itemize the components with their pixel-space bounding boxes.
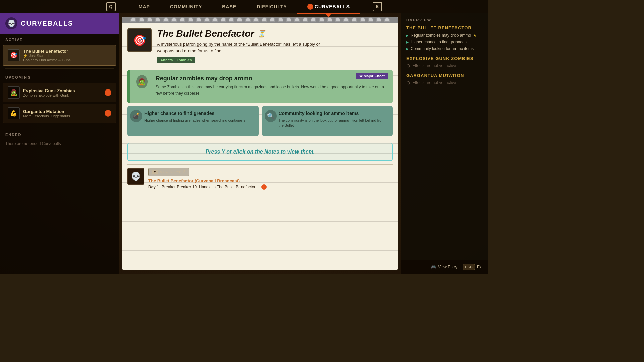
minor-effects-row: 💣 Higher chance to find grenades Higher … xyxy=(127,106,393,136)
explosive-gunk-sub: Zombies Explode with Gunk xyxy=(23,93,101,97)
spiral-12 xyxy=(221,17,226,22)
detail-description: A mysterious patron going by the name of… xyxy=(157,41,331,54)
gargantua-alert: ! xyxy=(105,110,111,117)
spiral-2 xyxy=(139,17,144,22)
sidebar-title: CURVEBALLS xyxy=(21,20,73,27)
q-key: Q xyxy=(106,2,116,11)
nav-items-container: Q Map Community Base Difficulty ! Curveb… xyxy=(0,0,488,13)
grenade-icon: 💣 xyxy=(130,110,142,122)
circle-icon-1: ⊖ xyxy=(406,63,410,68)
detail-main-icon: 🎯 xyxy=(127,28,152,52)
spiral-16 xyxy=(253,17,259,22)
explosive-gunk-name: Explosive Gunk Zombies xyxy=(23,88,101,93)
bullet-benefactor-icon: 🎯 xyxy=(8,49,20,61)
bullet-benefactor-name: The Bullet Benefactor xyxy=(23,49,111,54)
major-effect-icon: 🧟 xyxy=(136,75,148,88)
notes-content: Y View Notes: 2 The Bullet Benefactor (C… xyxy=(148,168,393,190)
spiral-21 xyxy=(294,17,300,22)
affects-badge: Affects Zombies xyxy=(157,57,195,63)
spiral-15 xyxy=(245,17,251,22)
spiral-1 xyxy=(130,17,136,22)
upcoming-explosive-gunk[interactable]: 🧟 Explosive Gunk Zombies Zombies Explode… xyxy=(3,83,116,102)
nav-key-q[interactable]: Q xyxy=(94,0,128,13)
notes-broadcast-title: The Bullet Benefactor (Curveball Broadca… xyxy=(148,178,393,183)
view-notes-button[interactable]: Y View Notes: 2 xyxy=(148,168,189,176)
spiral-5 xyxy=(163,17,169,22)
gargantua-name: Gargantua Mutation xyxy=(23,109,101,114)
notebook-background: 🎯 The Bullet Benefactor ⏳ A mysterious p… xyxy=(122,17,398,270)
explosive-gunk-icon: 🧟 xyxy=(8,86,20,99)
exit-action[interactable]: ESC Exit xyxy=(463,264,484,270)
detail-card: 🎯 The Bullet Benefactor ⏳ A mysterious p… xyxy=(127,23,393,267)
notes-footer: 💀 Y View Notes: 2 The Bullet Benefactor … xyxy=(127,164,393,190)
sidebar-header: 💀 CURVEBALLS xyxy=(0,13,119,34)
major-effect-desc: Some Zombies in this area may be carryin… xyxy=(156,84,387,96)
gargantua-info: Gargantua Mutation More Ferocious Jugger… xyxy=(23,109,101,118)
circle-icon-2: ⊖ xyxy=(406,80,410,85)
character-portrait-icon: 💀 xyxy=(127,168,144,185)
teal-arrow-3: ▸ xyxy=(406,46,409,51)
view-entry-action: 🎮 View Entry xyxy=(431,265,457,269)
overview-bb-item-1: ▸ Regular zombies may drop ammo ★ xyxy=(406,33,484,38)
search-icon: 🔍 xyxy=(265,110,277,122)
overview-eg-item-1: ⊖ Effects are not yet active xyxy=(406,63,484,68)
star-icon: ★ xyxy=(473,33,477,38)
esc-key: ESC xyxy=(463,264,475,270)
spiral-3 xyxy=(147,17,152,22)
active-curveball-bullet-benefactor[interactable]: 🎯 The Bullet Benefactor ⚡ Just Started E… xyxy=(3,45,116,66)
spiral-22 xyxy=(303,17,308,22)
spiral-9 xyxy=(196,17,201,22)
gargantua-sub: More Ferocious Juggernauts xyxy=(23,114,101,118)
notes-day-text: Breaker Breaker 19. Handle is The Bullet… xyxy=(162,185,259,189)
nav-curveballs[interactable]: ! Curveballs xyxy=(297,0,360,13)
notes-prompt[interactable]: Press Y or click on the Notes to view th… xyxy=(127,143,393,161)
overview-explosive-gunk: EXPLOSIVE GUNK ZOMBIES ⊖ Effects are not… xyxy=(406,56,484,68)
nav-key-e[interactable]: E xyxy=(360,0,395,13)
nav-map[interactable]: Map xyxy=(128,0,160,13)
gm-inactive-text: Effects are not yet active xyxy=(412,80,456,85)
overview-bullet-benefactor: THE BULLET BENEFACTOR ▸ Regular zombies … xyxy=(406,25,484,51)
y-key-badge: Y xyxy=(152,170,158,174)
detail-header: 🎯 The Bullet Benefactor ⏳ A mysterious p… xyxy=(127,23,393,67)
spiral-26 xyxy=(335,17,340,22)
upcoming-section-label: UPCOMING xyxy=(0,71,119,81)
spiral-31 xyxy=(376,17,381,22)
spiral-6 xyxy=(171,17,177,22)
spiral-18 xyxy=(270,17,275,22)
bottom-bar: 🎮 View Entry ESC Exit xyxy=(401,260,488,274)
eg-inactive-text: Effects are not yet active xyxy=(412,63,456,68)
e-key: E xyxy=(373,2,382,11)
bullet-benefactor-sub: Easier to Find Ammo & Guns xyxy=(23,58,111,62)
nav-community[interactable]: Community xyxy=(160,0,212,13)
ended-empty-text: There are no ended Curveballs xyxy=(0,139,119,149)
detail-title: The Bullet Benefactor ⏳ xyxy=(157,28,393,39)
spiral-11 xyxy=(212,17,218,22)
spiral-8 xyxy=(188,17,193,22)
overview-bb-item-3: ▸ Community looking for ammo items xyxy=(406,46,484,51)
spiral-23 xyxy=(311,17,316,22)
overview-title: OVERVIEW xyxy=(406,18,484,22)
divider-1 xyxy=(5,68,114,69)
curveballs-alert-icon: ! xyxy=(307,4,313,10)
spiral-25 xyxy=(327,17,332,22)
minor-community-title: Community looking for ammo items xyxy=(279,111,388,116)
major-effect-card: ★ Major Effect 🧟 Regular zombies may dro… xyxy=(127,70,393,103)
spiral-13 xyxy=(229,17,234,22)
overview-bb-item-2: ▸ Higher chance to find grenades xyxy=(406,39,484,45)
bullet-benefactor-info: The Bullet Benefactor ⚡ Just Started Eas… xyxy=(23,49,111,62)
notes-day-row: Day 1 Breaker Breaker 19. Handle is The … xyxy=(148,184,393,190)
minor-effect-grenades: 💣 Higher chance to find grenades Higher … xyxy=(127,106,259,136)
spiral-24 xyxy=(319,17,324,22)
overview-eg-name: EXPLOSIVE GUNK ZOMBIES xyxy=(406,56,484,61)
sidebar: 💀 CURVEBALLS ACTIVE 🎯 The Bullet Benefac… xyxy=(0,13,119,274)
upcoming-gargantua[interactable]: 💪 Gargantua Mutation More Ferocious Jugg… xyxy=(3,104,116,123)
spiral-27 xyxy=(343,17,349,22)
notes-info-icon: i xyxy=(261,184,267,190)
spiral-19 xyxy=(278,17,283,22)
overview-panel: OVERVIEW THE BULLET BENEFACTOR ▸ Regular… xyxy=(401,13,488,260)
spiral-17 xyxy=(262,17,267,22)
nav-base[interactable]: Base xyxy=(212,0,247,13)
spiral-30 xyxy=(368,17,373,22)
active-section-label: ACTIVE xyxy=(0,34,119,44)
nav-difficulty[interactable]: Difficulty xyxy=(247,0,297,13)
